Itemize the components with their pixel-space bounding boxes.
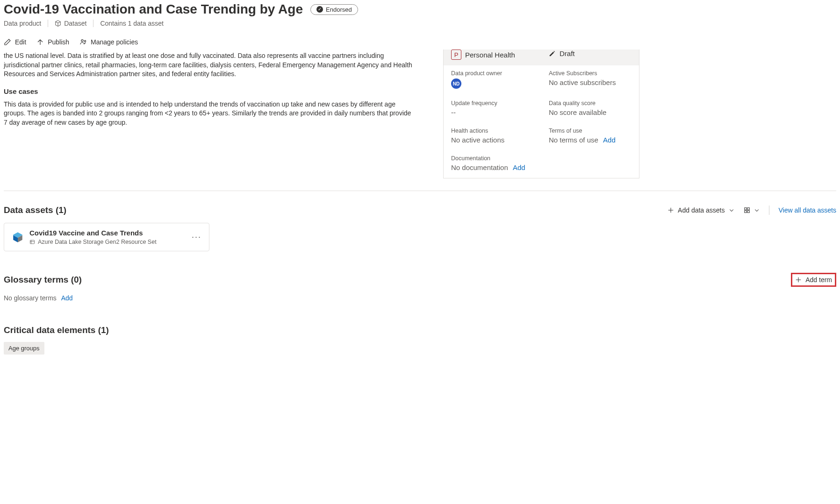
layout-toggle[interactable] — [744, 207, 760, 213]
terms-add-link[interactable]: Add — [603, 136, 616, 144]
update-freq-label: Update frequency — [451, 100, 534, 106]
health-label: Health actions — [451, 128, 534, 134]
domain-chip: P Personal Health — [451, 50, 515, 60]
asset-subtitle: Azure Data Lake Storage Gen2 Resource Se… — [38, 239, 157, 245]
cde-heading: Critical data elements (1) — [4, 325, 836, 335]
pencil-icon — [4, 38, 11, 46]
doc-value: No documentation — [451, 163, 508, 171]
svg-rect-4 — [744, 211, 746, 213]
svg-rect-6 — [30, 240, 35, 244]
quality-label: Data quality score — [549, 100, 632, 106]
doc-add-link[interactable]: Add — [513, 163, 525, 171]
add-data-assets-button[interactable]: Add data assets — [668, 206, 734, 214]
arrow-up-icon — [36, 38, 44, 46]
endorsed-badge: ✓ Endorsed — [310, 4, 358, 15]
data-asset-card[interactable]: Covid19 Vaccine and Case Trends Azure Da… — [4, 223, 209, 251]
status-chip: Draft — [549, 50, 575, 57]
doc-label: Documentation — [451, 155, 632, 162]
owner-value: ND — [451, 78, 503, 89]
svg-point-1 — [84, 40, 86, 42]
plus-icon — [668, 207, 674, 213]
svg-rect-5 — [747, 211, 749, 213]
plus-icon — [795, 277, 802, 283]
glossary-add-link[interactable]: Add — [61, 294, 73, 302]
owner-label: Data product owner — [451, 70, 534, 77]
chevron-down-icon — [729, 207, 734, 213]
breadcrumb-meta: Data product Dataset Contains 1 data ass… — [4, 20, 836, 27]
meta-contains: Contains 1 data asset — [93, 20, 170, 27]
glossary-heading: Glossary terms (0) — [4, 275, 82, 285]
subscribers-value: No active subscribers — [549, 78, 632, 86]
details-panel: P Personal Health Draft Data product own… — [443, 50, 639, 178]
subscribers-label: Active Subscribers — [549, 70, 632, 77]
check-circle-icon: ✓ — [316, 6, 323, 13]
separator — [769, 206, 769, 215]
svg-rect-3 — [747, 208, 749, 210]
meta-data-product: Data product — [4, 20, 48, 27]
description-paragraph-2: This data is provided for public use and… — [4, 100, 415, 128]
edit-button[interactable]: Edit — [4, 38, 26, 46]
manage-policies-button[interactable]: Manage policies — [79, 38, 138, 46]
cube-icon — [55, 20, 61, 27]
resource-set-icon — [29, 239, 35, 245]
chevron-down-icon — [754, 207, 760, 213]
datalake-cube-icon — [12, 231, 24, 243]
divider — [4, 191, 836, 191]
asset-title: Covid19 Vaccine and Case Trends — [29, 229, 186, 237]
grid-icon — [744, 207, 750, 213]
view-all-data-assets-link[interactable]: View all data assets — [779, 206, 836, 214]
no-glossary-text: No glossary terms — [4, 294, 57, 302]
publish-button[interactable]: Publish — [36, 38, 69, 46]
health-value: No active actions — [451, 136, 534, 144]
owner-avatar: ND — [451, 78, 461, 89]
owner-name-redacted — [465, 80, 503, 87]
cde-tag-age-groups[interactable]: Age groups — [4, 342, 44, 355]
svg-rect-2 — [744, 208, 746, 210]
data-assets-heading: Data assets (1) — [4, 205, 66, 215]
add-term-button[interactable]: Add term — [791, 273, 836, 287]
svg-point-0 — [81, 40, 83, 42]
description-paragraph-1: the US national level. Data is stratifie… — [4, 51, 415, 79]
asset-more-button[interactable]: ··· — [192, 232, 201, 242]
terms-value: No terms of use — [549, 136, 598, 144]
quality-value: No score available — [549, 108, 632, 116]
page-title: Covid-19 Vaccination and Case Trending b… — [4, 2, 303, 17]
people-icon — [79, 38, 87, 46]
endorsed-label: Endorsed — [326, 6, 352, 13]
update-freq-value: -- — [451, 108, 534, 116]
meta-dataset: Dataset — [48, 20, 93, 27]
toolbar: Edit Publish Manage policies — [4, 38, 836, 46]
draft-pencil-icon — [549, 50, 556, 57]
terms-label: Terms of use — [549, 128, 632, 134]
usecases-heading: Use cases — [4, 87, 415, 95]
domain-letter-icon: P — [451, 50, 461, 60]
